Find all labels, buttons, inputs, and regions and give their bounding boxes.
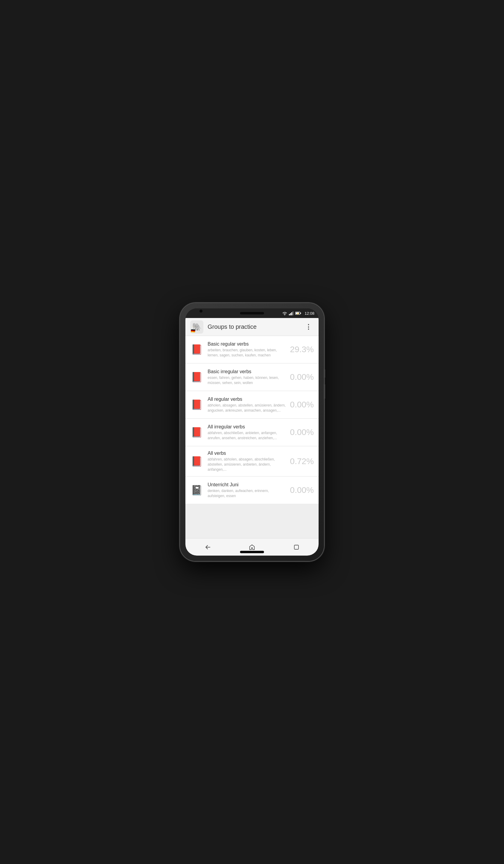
back-icon [204,544,211,551]
item-icon-all-regular: 📕 [190,398,203,411]
item-text-all-irregular: All irregular verbs abfahren, abschließe… [208,424,287,441]
toolbar: 🐘 🇩🇪 Groups to practice ⋮ [185,318,319,336]
side-button-1 [324,369,325,378]
list-item-unterricht-juni[interactable]: 📓 Unterricht Juni denken, danken, aufwac… [185,477,319,504]
item-title-all-verbs: All verbs [208,451,287,456]
item-subtitle-unterricht-juni: denken, danken, aufwachen, erinnern, auf… [208,488,287,499]
signal-icon [289,311,294,315]
back-button[interactable] [202,541,214,553]
toolbar-title: Groups to practice [208,323,303,330]
item-icon-all-verbs: 📕 [190,455,203,468]
item-text-unterricht-juni: Unterricht Juni denken, danken, aufwache… [208,482,287,499]
list-item-basic-irregular[interactable]: 📕 Basic irregular verbs essen, fahren, g… [185,363,319,391]
item-text-all-regular: All regular verbs abholen, absagen, abst… [208,397,287,413]
svg-rect-3 [291,312,292,315]
flag-icon: 🇩🇪 [191,329,195,333]
recents-icon [293,544,300,551]
phone-screen: ⚡ 12:08 🐘 🇩🇪 Groups to practice ⋮ 📕 Basi… [185,309,319,555]
item-percent-all-regular: 0.00% [290,400,314,409]
battery-icon: ⚡ [295,311,301,315]
home-icon [248,544,256,551]
speaker-bottom [240,551,264,553]
status-time: 12:08 [304,311,314,315]
item-percent-basic-regular: 29.3% [290,345,314,354]
svg-text:⚡: ⚡ [297,312,299,315]
item-title-all-regular: All regular verbs [208,397,287,402]
item-subtitle-basic-irregular: essen, fahren, gehen, haben, können, les… [208,375,287,385]
item-title-all-irregular: All irregular verbs [208,424,287,430]
item-icon-unterricht-juni: 📓 [190,483,203,497]
item-icon-basic-regular: 📕 [190,343,203,356]
item-text-all-verbs: All verbs abfahren, abholen, absagen, ab… [208,451,287,472]
item-title-unterricht-juni: Unterricht Juni [208,482,287,488]
side-button-2 [324,384,325,399]
item-percent-unterricht-juni: 0.00% [290,485,314,495]
recents-button[interactable] [290,541,302,553]
svg-rect-9 [294,545,299,549]
phone-frame: ⚡ 12:08 🐘 🇩🇪 Groups to practice ⋮ 📕 Basi… [180,303,324,561]
content-list: 📕 Basic regular verbs arbeiten, brauchen… [185,336,319,538]
item-text-basic-irregular: Basic irregular verbs essen, fahren, geh… [208,369,287,385]
item-subtitle-all-verbs: abfahren, abholen, absagen, abschließen,… [208,457,287,472]
list-item-all-verbs[interactable]: 📕 All verbs abfahren, abholen, absagen, … [185,446,319,476]
item-title-basic-irregular: Basic irregular verbs [208,369,287,374]
app-icon: 🐘 🇩🇪 [190,320,203,334]
item-subtitle-basic-regular: arbeiten, brauchen, glauben, kosten, leb… [208,348,287,358]
wifi-icon [282,311,287,315]
item-percent-basic-irregular: 0.00% [290,372,314,382]
speaker-top [240,312,264,314]
item-icon-basic-irregular: 📕 [190,371,203,384]
item-percent-all-verbs: 0.72% [290,457,314,466]
svg-rect-2 [290,313,291,315]
item-percent-all-irregular: 0.00% [290,428,314,437]
item-icon-all-irregular: 📕 [190,426,203,439]
item-text-basic-regular: Basic regular verbs arbeiten, brauchen, … [208,341,287,358]
list-item-basic-regular[interactable]: 📕 Basic regular verbs arbeiten, brauchen… [185,336,319,363]
svg-point-0 [285,314,285,315]
status-icons: ⚡ 12:08 [282,311,314,315]
list-item-all-irregular[interactable]: 📕 All irregular verbs abfahren, abschlie… [185,419,319,446]
menu-icon[interactable]: ⋮ [303,321,314,333]
svg-rect-1 [289,314,290,315]
item-subtitle-all-irregular: abfahren, abschließen, anbieten, anfange… [208,431,287,441]
camera [200,310,203,313]
item-subtitle-all-regular: abholen, absagen, abstellen, amüsieren, … [208,403,287,413]
list-item-all-regular[interactable]: 📕 All regular verbs abholen, absagen, ab… [185,391,319,418]
svg-rect-4 [292,311,293,315]
svg-rect-7 [300,313,301,314]
item-title-basic-regular: Basic regular verbs [208,341,287,347]
